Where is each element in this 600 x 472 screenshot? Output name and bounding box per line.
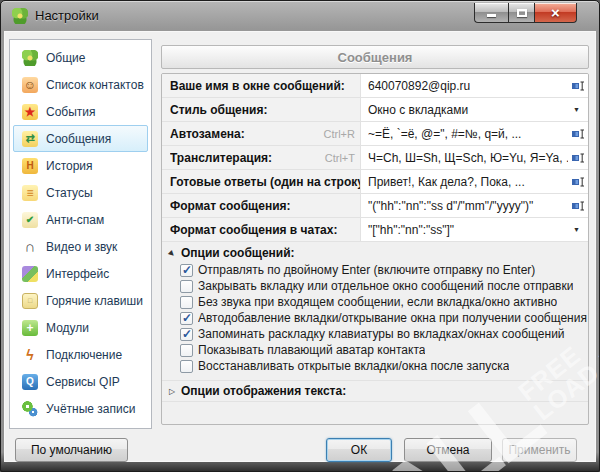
checkbox-row-double-enter[interactable]: ✓ Отправлять по двойному Enter (включите…: [162, 262, 588, 278]
autoreplace-field[interactable]: ~=Ё, `=ё, @=", #=№, q=й, ...: [360, 122, 588, 145]
sidebar-item-label: Видео и звук: [46, 240, 117, 254]
field-label: Автозамена:: [170, 127, 322, 141]
checkbox-row-remember-layout[interactable]: ✓ Запоминать раскладку клавиатуры во вкл…: [162, 326, 588, 342]
list-icon: ≡: [22, 185, 38, 201]
checkbox-row-close-after-send[interactable]: ✓ Закрывать вкладку или отдельное окно с…: [162, 278, 588, 294]
edit-icon[interactable]: [568, 129, 588, 139]
plugin-icon: +: [22, 320, 38, 336]
shortcut-hint: Ctrl+T: [323, 152, 360, 164]
client-area: Общие ☺ Список контактов ★ События ⇄ Соо…: [4, 31, 596, 462]
sidebar-item-label: Интерфейс: [46, 267, 109, 281]
transliteration-field[interactable]: Ч=Ch, Ш=Sh, Щ=Sch, Ю=Yu, Я=Ya, ...: [360, 146, 588, 169]
minimize-icon: [487, 14, 496, 17]
checkbox[interactable]: ✓: [180, 360, 193, 373]
checkbox[interactable]: ✓: [180, 344, 193, 357]
checkbox[interactable]: ✓: [180, 328, 193, 341]
messages-settings-panel: Ваше имя в окне сообщений: 640070892@qip…: [161, 73, 589, 425]
sidebar-item-label: История: [46, 159, 93, 173]
antispam-check-icon: ✔: [22, 212, 38, 228]
maximize-icon: [517, 9, 527, 17]
sidebar-item-history[interactable]: H История: [13, 152, 148, 179]
shortcut-hint: Ctrl+R: [322, 128, 360, 140]
defaults-button[interactable]: По умолчанию: [15, 438, 128, 462]
edit-icon[interactable]: [568, 201, 588, 211]
sidebar-item-label: Подключение: [46, 348, 122, 362]
settings-category-list: Общие ☺ Список контактов ★ События ⇄ Соо…: [9, 39, 152, 429]
field-row-chat-message-format: Формат сообщения в чатах: "["hh":"nn":"s…: [162, 218, 588, 242]
qip-logo-icon: [22, 50, 38, 66]
apply-button[interactable]: Применить: [502, 438, 577, 462]
field-label: Ваше имя в окне сообщений:: [170, 79, 360, 93]
checkbox-row-floating-avatar[interactable]: ✓ Показывать плавающий аватар контакта: [162, 342, 588, 358]
checkbox[interactable]: ✓: [180, 280, 193, 293]
sidebar-item-label: Сервисы QIP: [46, 375, 120, 389]
chevron-down-icon[interactable]: ▼: [568, 106, 588, 113]
qip-app-icon: [12, 8, 28, 24]
checkbox[interactable]: ✓: [180, 312, 193, 325]
chat-message-format-dropdown[interactable]: "["hh":"nn":"ss"]" ▼: [360, 218, 588, 241]
window-controls: ×: [474, 3, 577, 23]
sidebar-item-general[interactable]: Общие: [13, 44, 148, 71]
star-icon: ★: [22, 104, 38, 120]
collapse-icon[interactable]: ▶: [166, 247, 178, 259]
sidebar-item-messages[interactable]: ⇄ Сообщения: [13, 125, 148, 152]
close-button[interactable]: ×: [535, 3, 577, 23]
sidebar-item-modules[interactable]: + Модули: [13, 314, 148, 341]
field-row-message-format: Формат сообщения: "("hh":"nn":"ss d"/"mm…: [162, 194, 588, 218]
checkbox[interactable]: ✓: [180, 264, 193, 277]
sidebar-item-label: Статусы: [46, 186, 93, 200]
edit-icon[interactable]: [568, 153, 588, 163]
sidebar-item-connection[interactable]: ϟ Подключение: [13, 341, 148, 368]
close-icon: ×: [551, 5, 560, 20]
minimize-button[interactable]: [474, 3, 508, 23]
text-options-group-header[interactable]: ▷ Опции отображения текста:: [162, 380, 588, 402]
ok-button[interactable]: ОК: [326, 438, 392, 462]
field-label: Формат сообщения:: [170, 199, 360, 213]
quick-answers-field[interactable]: Привет!, Как дела?, Пока, ...: [360, 170, 588, 193]
headphones-icon: ∩: [22, 239, 38, 255]
sidebar-item-label: Общие: [46, 51, 85, 65]
display-name-field[interactable]: 640070892@qip.ru: [360, 74, 588, 97]
edit-icon[interactable]: [568, 81, 588, 91]
expand-icon[interactable]: ▷: [167, 387, 177, 396]
sidebar-item-statuses[interactable]: ≡ Статусы: [13, 179, 148, 206]
contacts-icon: ☺: [22, 77, 38, 93]
section-title: Сообщения: [161, 45, 589, 69]
history-icon: H: [22, 158, 38, 174]
field-row-quick-answers: Готовые ответы (один на строку): Привет!…: [162, 170, 588, 194]
gears-icon: [22, 401, 38, 417]
sidebar-item-events[interactable]: ★ События: [13, 98, 148, 125]
sidebar-item-label: Модули: [46, 321, 89, 335]
key-icon: □: [22, 293, 38, 309]
sidebar-item-accounts[interactable]: Учётные записи: [13, 395, 148, 422]
sidebar-item-video-sound[interactable]: ∩ Видео и звук: [13, 233, 148, 260]
checkbox-row-restore-tabs[interactable]: ✓ Восстанавливать открытые вкладки/окна …: [162, 358, 588, 374]
maximize-button[interactable]: [508, 3, 535, 23]
plug-icon: ϟ: [22, 347, 38, 363]
checkbox[interactable]: ✓: [180, 296, 193, 309]
chat-style-dropdown[interactable]: Окно с вкладками ▼: [360, 98, 588, 121]
settings-window: Настройки × Общие ☺ Список контактов ★ С…: [0, 0, 600, 472]
sidebar-item-qip-services[interactable]: Q Сервисы QIP: [13, 368, 148, 395]
sidebar-item-interface[interactable]: Интерфейс: [13, 260, 148, 287]
edit-icon[interactable]: [568, 177, 588, 187]
sidebar-item-hotkeys[interactable]: □ Горячие клавиши: [13, 287, 148, 314]
sidebar-item-antispam[interactable]: ✔ Анти-спам: [13, 206, 148, 233]
cancel-button[interactable]: Отмена: [404, 438, 492, 462]
check-icon: ✓: [182, 327, 192, 341]
field-row-display-name: Ваше имя в окне сообщений: 640070892@qip…: [162, 74, 588, 98]
sidebar-item-contact-list[interactable]: ☺ Список контактов: [13, 71, 148, 98]
checkbox-row-no-sound-active[interactable]: ✓ Без звука при входящем сообщении, если…: [162, 294, 588, 310]
field-row-chat-style: Стиль общения: Окно с вкладками ▼: [162, 98, 588, 122]
sidebar-item-label: Учётные записи: [46, 402, 135, 416]
message-options-group-header[interactable]: ▶ Опции сообщений:: [162, 244, 588, 262]
chevron-down-icon[interactable]: ▼: [568, 226, 588, 233]
group-title: Опции отображения текста:: [181, 384, 346, 398]
message-format-field[interactable]: "("hh":"nn":"ss d"/"mm"/"yyyy")": [360, 194, 588, 217]
sidebar-item-label: Сообщения: [46, 132, 111, 146]
check-icon: ✓: [182, 311, 192, 325]
checkbox-row-auto-add-tab[interactable]: ✓ Автодобавление вкладки/открывание окна…: [162, 310, 588, 326]
titlebar[interactable]: Настройки ×: [1, 1, 599, 31]
field-label: Транслитерация:: [170, 151, 323, 165]
sidebar-item-label: Горячие клавиши: [46, 294, 143, 308]
